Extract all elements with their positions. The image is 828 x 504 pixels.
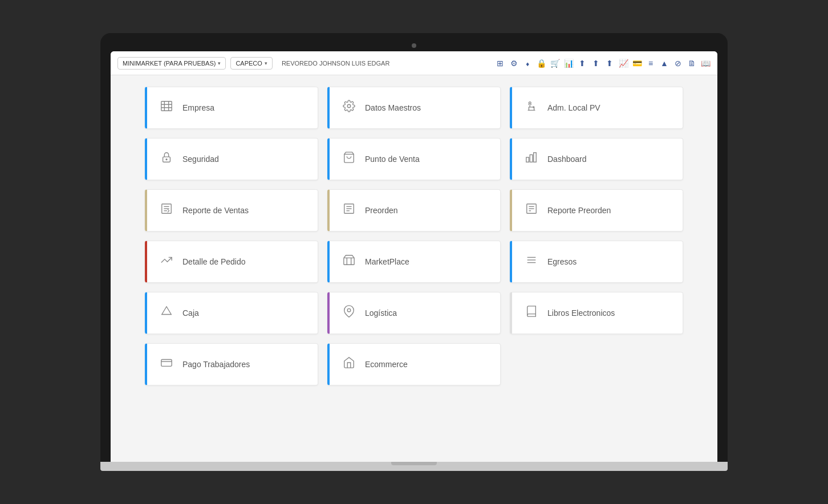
preorden-label: Preorden (365, 206, 398, 215)
caja-icon (159, 305, 174, 321)
pago-trabajadores-label: Pago Trabajadores (182, 360, 250, 369)
main-content: EmpresaDatos MaestrosAdm. Local PVSeguri… (111, 75, 717, 397)
icon-menu[interactable]: ≡ (646, 58, 656, 68)
dashboard-icon (523, 151, 539, 167)
topbar-left: MINIMARKET (PARA PRUEBAS) ▾ CAPECO ▾ REV… (117, 57, 490, 70)
pago-trabajadores-icon (159, 356, 174, 372)
icon-lock[interactable]: 🔒 (536, 58, 546, 68)
icon-upload2[interactable]: ⬆ (591, 58, 601, 68)
icon-trend[interactable]: 📈 (618, 58, 628, 68)
seguridad-icon (159, 151, 174, 167)
icon-grid[interactable]: ⊞ (495, 58, 505, 68)
svg-rect-0 (161, 101, 172, 111)
card-empresa[interactable]: Empresa (145, 87, 318, 129)
card-punto-de-venta[interactable]: Punto de Venta (327, 138, 501, 180)
egresos-label: Egresos (547, 257, 577, 266)
card-ecommerce[interactable]: Ecommerce (327, 343, 501, 385)
card-reporte-de-ventas[interactable]: Reporte de Ventas (145, 189, 318, 231)
egresos-icon (523, 254, 539, 270)
capeco-dropdown[interactable]: CAPECO ▾ (230, 57, 272, 70)
card-egresos[interactable]: Egresos (510, 241, 683, 283)
card-preorden[interactable]: Preorden (327, 189, 501, 231)
card-dashboard[interactable]: Dashboard (510, 138, 683, 180)
svg-rect-12 (530, 155, 533, 162)
svg-rect-26 (344, 258, 354, 265)
icon-cart[interactable]: 🛒 (550, 58, 560, 68)
reporte-preorden-icon (523, 202, 539, 218)
card-marketplace[interactable]: MarketPlace (327, 241, 501, 283)
detalle-de-pedido-icon (159, 254, 174, 270)
user-name: REVOREDO JOHNSON LUIS EDGAR (282, 60, 389, 67)
preorden-icon (341, 202, 357, 218)
card-seguridad[interactable]: Seguridad (145, 138, 318, 180)
reporte-de-ventas-icon (159, 202, 174, 218)
ecommerce-icon (341, 356, 357, 372)
topbar: MINIMARKET (PARA PRUEBAS) ▾ CAPECO ▾ REV… (111, 51, 717, 75)
marketplace-label: MarketPlace (365, 257, 409, 266)
topbar-icons: ⊞ ⚙ ⬧ 🔒 🛒 📊 ⬆ ⬆ ⬆ 📈 💳 ≡ ▲ ⊘ 🗎 📖 (495, 58, 711, 68)
store-dropdown[interactable]: MINIMARKET (PARA PRUEBAS) ▾ (117, 57, 226, 70)
svg-rect-13 (534, 153, 537, 162)
svg-rect-11 (526, 157, 529, 162)
card-caja[interactable]: Caja (145, 292, 318, 334)
svg-point-32 (347, 308, 351, 312)
icon-chart[interactable]: 📊 (563, 58, 574, 68)
card-libros-electronicos[interactable]: Libros Electronicos (510, 292, 683, 334)
svg-rect-33 (161, 360, 172, 367)
icon-diamond[interactable]: ⬧ (522, 58, 533, 68)
store-chevron: ▾ (218, 60, 221, 66)
seguridad-label: Seguridad (182, 155, 219, 164)
datos-maestros-icon (341, 100, 357, 116)
logistica-icon (341, 305, 357, 321)
detalle-de-pedido-label: Detalle de Pedido (182, 257, 246, 266)
card-pago-trabajadores[interactable]: Pago Trabajadores (145, 343, 318, 385)
empresa-icon (159, 100, 174, 116)
laptop-base (100, 462, 728, 471)
svg-point-9 (166, 159, 167, 160)
marketplace-icon (341, 254, 357, 270)
card-reporte-preorden[interactable]: Reporte Preorden (510, 189, 683, 231)
card-adm-local-pv[interactable]: Adm. Local PV (510, 87, 683, 129)
camera-dot (412, 43, 416, 48)
laptop-frame: MINIMARKET (PARA PRUEBAS) ▾ CAPECO ▾ REV… (100, 33, 728, 471)
reporte-preorden-label: Reporte Preorden (547, 206, 611, 215)
card-datos-maestros[interactable]: Datos Maestros (327, 87, 501, 129)
empresa-label: Empresa (182, 103, 214, 112)
icon-forbidden[interactable]: ⊘ (673, 58, 683, 68)
reporte-de-ventas-label: Reporte de Ventas (182, 206, 249, 215)
icon-upload1[interactable]: ⬆ (577, 58, 587, 68)
svg-point-5 (347, 104, 351, 108)
capeco-label: CAPECO (236, 60, 262, 67)
dashboard-label: Dashboard (547, 155, 587, 164)
adm-local-pv-label: Adm. Local PV (547, 103, 600, 112)
card-detalle-de-pedido[interactable]: Detalle de Pedido (145, 241, 318, 283)
store-label: MINIMARKET (PARA PRUEBAS) (123, 60, 216, 67)
punto-de-venta-icon (341, 151, 357, 167)
logistica-label: Logística (365, 308, 397, 318)
icon-card[interactable]: 💳 (632, 58, 642, 68)
icon-book[interactable]: 📖 (700, 58, 711, 68)
datos-maestros-label: Datos Maestros (365, 103, 421, 112)
icon-upload3[interactable]: ⬆ (604, 58, 615, 68)
module-grid: EmpresaDatos MaestrosAdm. Local PVSeguri… (145, 87, 683, 385)
icon-triangle[interactable]: ▲ (659, 58, 669, 68)
libros-electronicos-icon (523, 305, 539, 321)
icon-settings[interactable]: ⚙ (509, 58, 519, 68)
punto-de-venta-label: Punto de Venta (365, 155, 420, 164)
caja-label: Caja (182, 308, 199, 318)
capeco-chevron: ▾ (265, 60, 267, 66)
ecommerce-label: Ecommerce (365, 360, 408, 369)
laptop-screen: MINIMARKET (PARA PRUEBAS) ▾ CAPECO ▾ REV… (111, 51, 717, 462)
libros-electronicos-label: Libros Electronicos (547, 308, 615, 318)
svg-point-6 (529, 102, 531, 104)
icon-doc[interactable]: 🗎 (687, 58, 697, 68)
card-logistica[interactable]: Logística (327, 292, 501, 334)
adm-local-pv-icon (523, 100, 539, 116)
